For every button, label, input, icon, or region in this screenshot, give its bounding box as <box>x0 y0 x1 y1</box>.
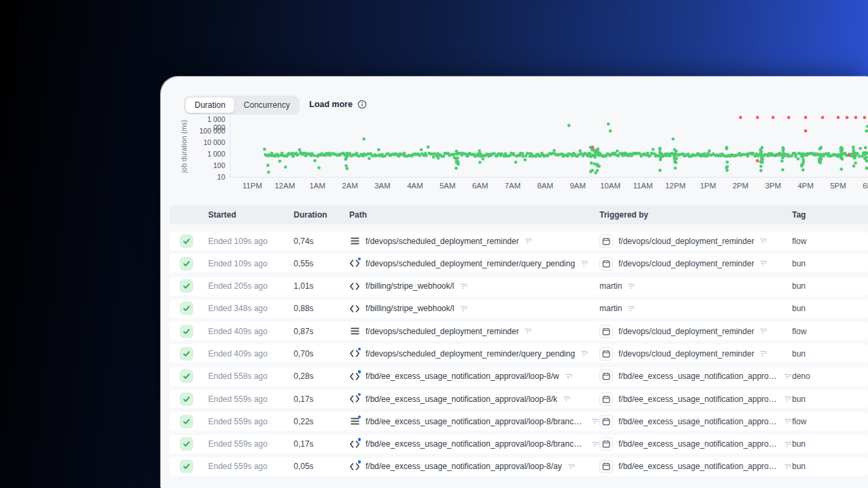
y-axis-title: job duration (ms) <box>180 114 190 179</box>
success-check-badge <box>180 460 193 473</box>
path-link[interactable]: f/bd/ee_excess_usage_notification_approv… <box>366 439 586 449</box>
started-cell: Ended 109s ago <box>208 237 294 246</box>
started-cell: Ended 409s ago <box>208 349 294 359</box>
filter-icon[interactable] <box>760 327 768 335</box>
started-cell: Ended 559s ago <box>208 394 294 404</box>
script-dot-icon <box>349 461 360 472</box>
path-link[interactable]: f/billing/stripe_webhook/l <box>366 304 454 313</box>
filter-icon[interactable] <box>784 463 792 470</box>
path-link[interactable]: f/bd/ee_excess_usage_notification_approv… <box>366 371 559 381</box>
filter-icon[interactable] <box>460 305 468 312</box>
success-check-badge <box>180 235 193 248</box>
duration-cell: 0,05s <box>294 462 349 471</box>
table-row[interactable]: Ended 348s ago0,88sf/billing/stripe_webh… <box>170 300 868 318</box>
table-row[interactable]: Ended 109s ago0,55sf/devops/scheduled_de… <box>170 254 868 272</box>
draft-dot-icon <box>358 348 361 351</box>
draft-dot-icon <box>358 370 361 373</box>
tag-cell: flow <box>792 417 868 426</box>
path-link[interactable]: f/billing/stripe_webhook/l <box>366 281 454 291</box>
tag-cell: bun <box>792 259 868 268</box>
chart-mode-tabs: Duration Concurrency <box>184 96 300 115</box>
script-dot-icon <box>349 439 360 449</box>
filter-icon[interactable] <box>591 418 599 425</box>
filter-icon[interactable] <box>784 418 792 425</box>
table-row[interactable]: Ended 109s ago0,74sf/devops/scheduled_de… <box>170 232 868 250</box>
triggered-by-text: f/bd/ee_excess_usage_notification_approv… <box>618 371 778 381</box>
table-row[interactable]: Ended 409s ago0,70sf/devops/scheduled_de… <box>170 344 868 363</box>
path-link[interactable]: f/devops/scheduled_deployment_reminder/q… <box>366 259 575 268</box>
triggered-by-cell: f/devops/cloud_deployment_reminder <box>599 325 792 338</box>
tag-cell: deno <box>792 371 868 381</box>
draft-dot-icon <box>358 393 361 396</box>
path-cell: f/devops/scheduled_deployment_reminder/q… <box>349 258 599 269</box>
duration-cell: 0,28s <box>294 371 349 381</box>
path-link[interactable]: f/devops/scheduled_deployment_reminder <box>366 327 519 336</box>
filter-icon[interactable] <box>784 441 792 448</box>
path-cell: f/bd/ee_excess_usage_notification_approv… <box>349 439 599 449</box>
triggered-by-cell: martin <box>599 281 792 291</box>
header-started: Started <box>208 210 294 220</box>
triggered-by-text: f/bd/ee_excess_usage_notification_approv… <box>618 439 778 449</box>
table-row[interactable]: Ended 409s ago0,87sf/devops/scheduled_de… <box>170 322 868 340</box>
info-icon[interactable] <box>357 100 367 109</box>
duration-cell: 1,01s <box>294 281 349 291</box>
filter-icon[interactable] <box>760 350 768 357</box>
filter-icon[interactable] <box>565 373 573 380</box>
header-tag: Tag <box>792 210 868 220</box>
tag-cell: bun <box>792 439 868 449</box>
app-background: Duration Concurrency Load more job durat… <box>0 0 868 488</box>
path-link[interactable]: f/bd/ee_excess_usage_notification_approv… <box>366 394 557 404</box>
filter-icon[interactable] <box>784 373 792 380</box>
success-check-badge <box>180 325 193 338</box>
schedule-icon <box>599 257 613 270</box>
path-cell: f/billing/stripe_webhook/l <box>349 281 599 291</box>
filter-icon[interactable] <box>760 237 768 245</box>
table-row[interactable]: Ended 559s ago0,22sf/bd/ee_excess_usage_… <box>170 412 868 430</box>
filter-icon[interactable] <box>760 260 768 267</box>
tag-cell: bun <box>792 304 868 313</box>
table-row[interactable]: Ended 559s ago0,17sf/bd/ee_excess_usage_… <box>170 435 868 453</box>
table-row[interactable]: Ended 559s ago0,05sf/bd/ee_excess_usage_… <box>170 458 868 476</box>
path-cell: f/bd/ee_excess_usage_notification_approv… <box>349 461 599 472</box>
filter-icon[interactable] <box>460 283 468 290</box>
triggered-by-cell: f/devops/cloud_deployment_reminder <box>599 235 792 248</box>
draft-dot-icon <box>358 438 361 441</box>
duration-cell: 0,22s <box>294 417 349 426</box>
duration-cell: 0,55s <box>294 259 349 268</box>
tag-cell: bun <box>792 394 868 404</box>
started-cell: Ended 409s ago <box>208 327 294 336</box>
schedule-icon <box>599 325 613 338</box>
flow-dot-icon <box>349 416 360 427</box>
triggered-by-text: f/bd/ee_excess_usage_notification_approv… <box>618 462 778 471</box>
path-link[interactable]: f/devops/scheduled_deployment_reminder <box>366 237 519 246</box>
filter-icon[interactable] <box>568 463 576 470</box>
tab-concurrency[interactable]: Concurrency <box>235 97 298 113</box>
path-link[interactable]: f/bd/ee_excess_usage_notification_approv… <box>366 462 562 471</box>
header-triggered-by: Triggered by <box>599 210 792 220</box>
triggered-by-text: f/devops/cloud_deployment_reminder <box>618 259 754 268</box>
script-dot-icon <box>349 371 360 382</box>
success-check-badge <box>180 257 193 270</box>
triggered-by-cell: f/bd/ee_excess_usage_notification_approv… <box>599 369 792 383</box>
filter-icon[interactable] <box>524 327 532 335</box>
table-row[interactable]: Ended 559s ago0,17sf/bd/ee_excess_usage_… <box>170 390 868 408</box>
filter-icon[interactable] <box>627 283 635 290</box>
filter-icon[interactable] <box>580 260 589 267</box>
filter-icon[interactable] <box>563 395 571 403</box>
filter-icon[interactable] <box>627 305 635 312</box>
schedule-icon <box>599 347 613 361</box>
duration-scatter-chart[interactable] <box>229 114 868 179</box>
load-more-label: Load more <box>309 100 353 109</box>
load-more-button[interactable]: Load more <box>309 100 367 109</box>
filter-icon[interactable] <box>784 395 792 403</box>
started-cell: Ended 559s ago <box>208 439 294 449</box>
table-row[interactable]: Ended 558s ago0,28sf/bd/ee_excess_usage_… <box>170 367 868 386</box>
filter-icon[interactable] <box>580 350 589 357</box>
triggered-by-cell: f/bd/ee_excess_usage_notification_approv… <box>599 415 792 428</box>
path-link[interactable]: f/bd/ee_excess_usage_notification_approv… <box>366 417 586 426</box>
table-row[interactable]: Ended 205s ago1,01sf/billing/stripe_webh… <box>170 277 868 296</box>
filter-icon[interactable] <box>591 441 599 448</box>
filter-icon[interactable] <box>524 237 532 245</box>
tab-duration[interactable]: Duration <box>185 97 235 113</box>
path-link[interactable]: f/devops/scheduled_deployment_reminder/q… <box>366 349 575 359</box>
